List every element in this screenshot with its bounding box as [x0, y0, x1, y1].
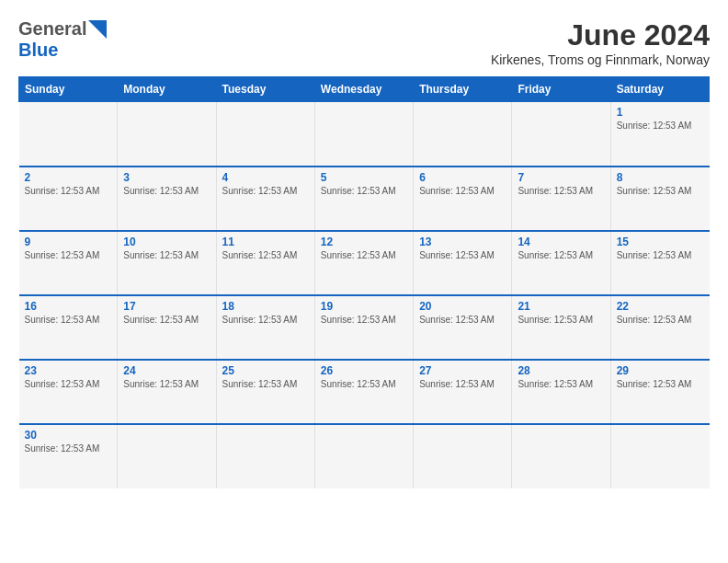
calendar-cell: 4Sunrise: 12:53 AM — [216, 167, 314, 231]
sunrise-time: Sunrise: 12:53 AM — [518, 250, 604, 260]
sunrise-time: Sunrise: 12:53 AM — [321, 315, 407, 325]
day-number: 2 — [25, 171, 112, 184]
sunrise-time: Sunrise: 12:53 AM — [25, 186, 112, 196]
calendar-cell: 1Sunrise: 12:53 AM — [610, 102, 709, 167]
calendar: Sunday Monday Tuesday Wednesday Thursday… — [18, 76, 710, 488]
sunrise-time: Sunrise: 12:53 AM — [617, 121, 704, 131]
calendar-cell — [610, 424, 709, 488]
logo-blue-text: Blue — [18, 40, 58, 61]
day-number: 18 — [222, 300, 309, 313]
sunrise-time: Sunrise: 12:53 AM — [123, 315, 210, 325]
calendar-week-4: 23Sunrise: 12:53 AM24Sunrise: 12:53 AM25… — [19, 360, 710, 424]
calendar-cell — [414, 102, 512, 167]
sunrise-time: Sunrise: 12:53 AM — [123, 250, 210, 260]
sunrise-time: Sunrise: 12:53 AM — [321, 379, 407, 389]
calendar-cell: 12Sunrise: 12:53 AM — [314, 231, 413, 295]
calendar-cell: 17Sunrise: 12:53 AM — [118, 295, 216, 360]
day-number: 13 — [419, 236, 506, 248]
calendar-cell — [512, 424, 610, 488]
sunrise-time: Sunrise: 12:53 AM — [617, 250, 704, 260]
day-number: 27 — [419, 364, 506, 377]
col-sunday: Sunday — [19, 77, 118, 102]
calendar-body: 1Sunrise: 12:53 AM2Sunrise: 12:53 AM3Sun… — [19, 102, 710, 488]
col-thursday: Thursday — [414, 77, 512, 102]
sunrise-time: Sunrise: 12:53 AM — [123, 379, 210, 389]
day-number: 23 — [25, 364, 112, 377]
sunrise-time: Sunrise: 12:53 AM — [222, 250, 309, 260]
col-saturday: Saturday — [610, 77, 709, 102]
sunrise-time: Sunrise: 12:53 AM — [222, 379, 309, 389]
day-number: 29 — [617, 364, 704, 377]
calendar-cell: 25Sunrise: 12:53 AM — [216, 360, 314, 424]
day-number: 28 — [518, 364, 604, 377]
calendar-week-5: 30Sunrise: 12:53 AM — [19, 424, 710, 488]
calendar-cell: 11Sunrise: 12:53 AM — [216, 231, 314, 295]
month-title: June 2024 — [491, 18, 710, 52]
sunrise-time: Sunrise: 12:53 AM — [25, 315, 112, 325]
calendar-cell — [19, 102, 118, 167]
day-number: 22 — [617, 300, 704, 313]
header: General Blue June 2024 Kirkenes, Troms o… — [18, 18, 710, 67]
day-number: 15 — [617, 236, 704, 248]
calendar-cell: 22Sunrise: 12:53 AM — [610, 295, 709, 360]
calendar-week-1: 2Sunrise: 12:53 AM3Sunrise: 12:53 AM4Sun… — [19, 167, 710, 231]
calendar-cell — [314, 424, 413, 488]
sunrise-time: Sunrise: 12:53 AM — [321, 250, 407, 260]
sunrise-time: Sunrise: 12:53 AM — [617, 186, 704, 196]
sunrise-time: Sunrise: 12:53 AM — [123, 186, 210, 196]
logo-text: General — [18, 18, 107, 40]
calendar-cell — [512, 102, 610, 167]
calendar-cell — [414, 424, 512, 488]
calendar-cell: 3Sunrise: 12:53 AM — [118, 167, 216, 231]
day-number: 14 — [518, 236, 604, 248]
sunrise-time: Sunrise: 12:53 AM — [518, 186, 604, 196]
calendar-cell: 2Sunrise: 12:53 AM — [19, 167, 118, 231]
sunrise-time: Sunrise: 12:53 AM — [25, 443, 112, 454]
calendar-cell: 26Sunrise: 12:53 AM — [314, 360, 413, 424]
col-wednesday: Wednesday — [314, 77, 413, 102]
svg-marker-0 — [88, 20, 107, 39]
day-number: 17 — [123, 300, 210, 313]
calendar-cell: 5Sunrise: 12:53 AM — [314, 167, 413, 231]
day-number: 24 — [123, 364, 210, 377]
calendar-cell: 7Sunrise: 12:53 AM — [512, 167, 610, 231]
sunrise-time: Sunrise: 12:53 AM — [617, 379, 704, 389]
calendar-cell: 19Sunrise: 12:53 AM — [314, 295, 413, 360]
sunrise-time: Sunrise: 12:53 AM — [25, 379, 112, 389]
day-number: 25 — [222, 364, 309, 377]
page: General Blue June 2024 Kirkenes, Troms o… — [0, 0, 728, 563]
day-number: 21 — [518, 300, 604, 313]
logo-blue: Blue — [18, 40, 58, 60]
day-number: 5 — [321, 171, 407, 184]
sunrise-time: Sunrise: 12:53 AM — [617, 315, 704, 325]
sunrise-time: Sunrise: 12:53 AM — [222, 315, 309, 325]
day-number: 16 — [25, 300, 112, 313]
calendar-week-2: 9Sunrise: 12:53 AM10Sunrise: 12:53 AM11S… — [19, 231, 710, 295]
calendar-cell: 18Sunrise: 12:53 AM — [216, 295, 314, 360]
col-tuesday: Tuesday — [216, 77, 314, 102]
sunrise-time: Sunrise: 12:53 AM — [419, 379, 506, 389]
calendar-cell: 28Sunrise: 12:53 AM — [512, 360, 610, 424]
calendar-header: Sunday Monday Tuesday Wednesday Thursday… — [19, 77, 710, 102]
calendar-cell: 8Sunrise: 12:53 AM — [610, 167, 709, 231]
location: Kirkenes, Troms og Finnmark, Norway — [491, 52, 710, 67]
col-monday: Monday — [118, 77, 216, 102]
day-number: 20 — [419, 300, 506, 313]
sunrise-time: Sunrise: 12:53 AM — [25, 250, 112, 260]
title-section: June 2024 Kirkenes, Troms og Finnmark, N… — [491, 18, 710, 67]
sunrise-time: Sunrise: 12:53 AM — [518, 379, 604, 389]
calendar-cell: 10Sunrise: 12:53 AM — [118, 231, 216, 295]
sunrise-time: Sunrise: 12:53 AM — [518, 315, 604, 325]
calendar-cell: 13Sunrise: 12:53 AM — [414, 231, 512, 295]
calendar-cell — [118, 424, 216, 488]
sunrise-time: Sunrise: 12:53 AM — [419, 186, 506, 196]
calendar-cell — [314, 102, 413, 167]
logo-general: General — [18, 18, 86, 40]
sunrise-time: Sunrise: 12:53 AM — [419, 250, 506, 260]
day-number: 4 — [222, 171, 309, 184]
sunrise-time: Sunrise: 12:53 AM — [321, 186, 407, 196]
day-number: 3 — [123, 171, 210, 184]
day-number: 9 — [25, 236, 112, 248]
calendar-cell: 21Sunrise: 12:53 AM — [512, 295, 610, 360]
calendar-cell: 23Sunrise: 12:53 AM — [19, 360, 118, 424]
